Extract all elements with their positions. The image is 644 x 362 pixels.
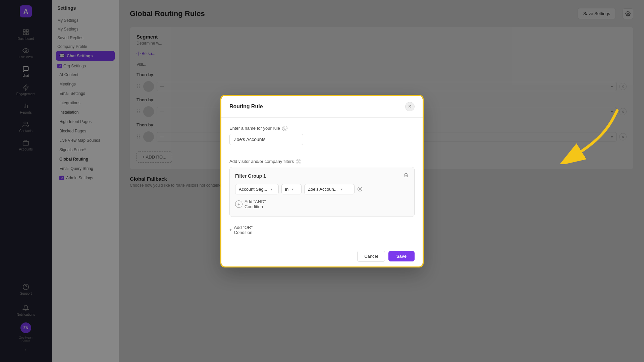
filter-info-icon[interactable]: ⓘ [296,159,301,164]
close-circle-icon [357,186,363,192]
modal-title: Routing Rule [229,104,263,110]
modal-close-button[interactable]: × [405,102,415,111]
trash-icon [404,173,409,178]
modal-footer: Cancel Save [221,246,423,266]
cancel-button[interactable]: Cancel [357,251,385,262]
remove-filter-btn-1[interactable] [357,186,363,192]
name-info-icon[interactable]: ⓘ [282,126,287,131]
delete-filter-group-btn[interactable] [404,173,409,179]
filter-row-1: Account Seg... ▾ in ▾ Zoe's Accoun... ▾ [235,184,409,194]
rule-name-label: Enter a name for your rule ⓘ [229,126,415,131]
plus-circle-icon: + [235,200,243,208]
plus-circle-or-icon: + [229,227,232,232]
filter-group-header: Filter Group 1 [235,173,409,179]
add-and-condition-btn[interactable]: + Add "AND" Condition [235,197,409,211]
form-divider [229,152,415,152]
filter-value-select[interactable]: Zoe's Accoun... ▾ [304,184,355,194]
arrow-annotation [550,104,624,164]
filter-group-name: Filter Group 1 [235,173,266,179]
rule-name-input[interactable] [229,134,303,145]
filter-operator-select[interactable]: in ▾ [281,184,302,194]
modal-header: Routing Rule × [221,96,423,118]
save-button[interactable]: Save [388,251,415,261]
modal-body: Enter a name for your rule ⓘ Add visitor… [221,118,423,246]
filter-group-1: Filter Group 1 Account Seg... ▾ in ▾ [229,167,415,217]
add-or-condition-btn[interactable]: + Add "OR" Condition [229,222,415,238]
modal-overlay: Routing Rule × Enter a name for your rul… [0,0,644,362]
routing-rule-modal: Routing Rule × Enter a name for your rul… [221,96,423,266]
filter-label: Add visitor and/or company filters ⓘ [229,159,415,164]
filter-field-select[interactable]: Account Seg... ▾ [235,184,279,194]
